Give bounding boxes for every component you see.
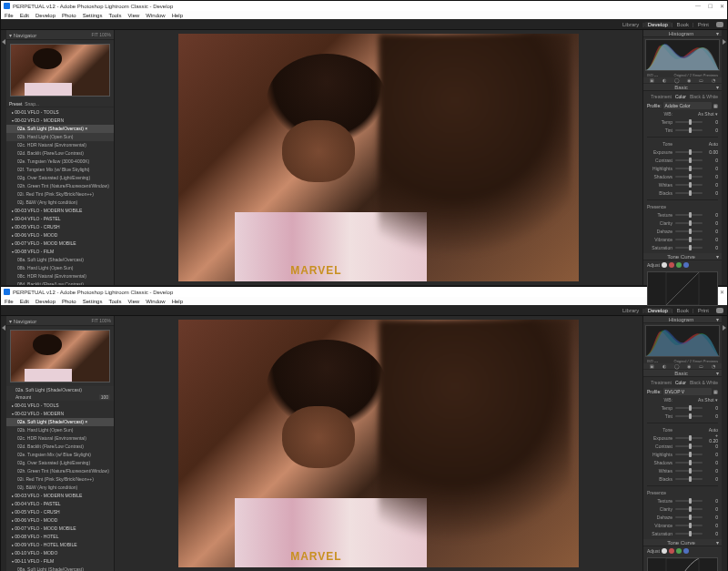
close-button[interactable]: ✕: [720, 289, 724, 295]
whites-value[interactable]: 0: [705, 182, 718, 188]
profile-dropdown[interactable]: Adobe Color: [663, 102, 712, 109]
crop-tool-icon[interactable]: ▣: [650, 77, 654, 83]
wb-dropdown[interactable]: As Shot ▾: [698, 111, 718, 117]
preset-folder[interactable]: 00-05 VFLO - CRUSH: [6, 223, 114, 231]
brush-tool-icon[interactable]: ◔: [712, 363, 715, 369]
navigator-thumbnail[interactable]: [10, 44, 110, 97]
heal-tool-icon[interactable]: ◐: [662, 77, 666, 83]
tc-red-icon[interactable]: [669, 548, 674, 554]
histogram[interactable]: [645, 39, 720, 71]
preset-item[interactable]: 02j. B&W (Any light condition): [6, 484, 114, 492]
vibrance-value[interactable]: 0: [705, 237, 718, 242]
navigator-zoom[interactable]: FIT 100%: [91, 318, 111, 323]
menu-view[interactable]: View: [127, 13, 139, 18]
preset-item[interactable]: 02h. Green Tint (Nature/Fluorescent/Wind…: [6, 467, 114, 475]
texture-value[interactable]: 0: [705, 498, 718, 504]
menu-file[interactable]: File: [5, 13, 14, 18]
clarity-value[interactable]: 0: [705, 220, 718, 226]
navigator-thumbnail[interactable]: [10, 330, 110, 382]
menu-file[interactable]: File: [5, 299, 14, 304]
contrast-value[interactable]: 0: [705, 158, 718, 163]
tonecurve-header[interactable]: Tone Curve ▾: [643, 253, 722, 260]
preset-item[interactable]: 08b. Hard Light (Open Sun): [6, 264, 114, 272]
exposure-value[interactable]: 0.00: [705, 149, 718, 155]
tonecurve-graph[interactable]: [647, 271, 718, 306]
menu-develop[interactable]: Develop: [35, 299, 56, 304]
clarity-slider[interactable]: [675, 222, 703, 224]
crop-tool-icon[interactable]: ▣: [650, 363, 654, 369]
brush-tool-icon[interactable]: ◔: [712, 77, 715, 83]
highlights-slider[interactable]: [675, 454, 703, 455]
preset-folder[interactable]: 00-03 VFLO - MODERN MOBILE: [6, 207, 114, 215]
navigator-zoom[interactable]: FIT 100%: [91, 32, 111, 37]
mask-tool-icon[interactable]: ◯: [674, 77, 680, 83]
menu-window[interactable]: Window: [146, 13, 165, 18]
blacks-value[interactable]: 0: [705, 190, 718, 196]
preset-item[interactable]: 02c. HDR Natural (Environmental): [6, 141, 114, 149]
shadows-value[interactable]: 0: [705, 174, 718, 179]
highlights-value[interactable]: 0: [705, 166, 718, 171]
tc-blue-icon[interactable]: [683, 548, 689, 554]
tc-blue-icon[interactable]: [683, 262, 689, 268]
preset-item[interactable]: 02a. Soft Light (Shade/Overcast) ×: [6, 125, 114, 133]
preset-item[interactable]: 02d. Backlit (Flare/Low Contrast): [6, 149, 114, 158]
menu-tools[interactable]: Tools: [108, 13, 121, 18]
preset-folder[interactable]: 00-10 VFLO - MODO: [6, 549, 114, 557]
texture-value[interactable]: 0: [705, 212, 718, 218]
module-book[interactable]: Book: [672, 22, 693, 27]
dehaze-slider[interactable]: [675, 230, 703, 232]
dehaze-value[interactable]: 0: [705, 515, 718, 520]
preset-folder[interactable]: 00-05 VFLO - CRUSH: [6, 508, 114, 516]
module-library[interactable]: Library: [619, 308, 642, 313]
menu-help[interactable]: Help: [172, 299, 183, 304]
whites-slider[interactable]: [675, 470, 703, 472]
preset-item[interactable]: 02b. Hard Light (Open Sun): [6, 426, 114, 434]
preset-item[interactable]: 02f. Tungsten Mix (w/ Blue Skylight): [6, 166, 114, 174]
tint-value[interactable]: 0: [705, 413, 718, 419]
tint-slider[interactable]: [675, 129, 703, 131]
profile-browser-icon[interactable]: ▦: [713, 389, 718, 394]
preset-folder[interactable]: 00-08 VFLO - FILM: [6, 248, 114, 256]
tc-rgb-icon[interactable]: [662, 548, 667, 554]
dehaze-value[interactable]: 0: [705, 229, 718, 234]
minimize-button[interactable]: —: [695, 3, 701, 9]
exposure-slider[interactable]: [675, 437, 703, 439]
preset-item[interactable]: 02b. Hard Light (Open Sun): [6, 133, 114, 141]
shadows-value[interactable]: 0: [705, 460, 718, 465]
wb-dropdown[interactable]: As Shot ▾: [698, 397, 718, 403]
tonecurve-graph[interactable]: [647, 557, 718, 571]
tc-red-icon[interactable]: [669, 262, 674, 268]
module-print[interactable]: Print: [694, 308, 713, 313]
module-develop[interactable]: Develop: [644, 22, 672, 27]
preset-folder[interactable]: 00-02 VFLO - MODERN: [6, 117, 114, 125]
module-print[interactable]: Print: [694, 22, 713, 27]
whites-value[interactable]: 0: [705, 468, 718, 474]
dehaze-slider[interactable]: [675, 516, 703, 518]
menu-tools[interactable]: Tools: [108, 299, 121, 304]
temp-slider[interactable]: [675, 407, 703, 409]
contrast-slider[interactable]: [675, 159, 703, 161]
menu-edit[interactable]: Edit: [20, 13, 29, 18]
tc-rgb-icon[interactable]: [662, 262, 667, 268]
menu-photo[interactable]: Photo: [62, 13, 76, 18]
treatment-color[interactable]: Color: [675, 94, 686, 99]
preset-folder[interactable]: 00-06 VFLO - MOOD: [6, 516, 114, 525]
menu-window[interactable]: Window: [146, 299, 165, 304]
preset-item[interactable]: 02g. Over Saturated (Light/Evening): [6, 459, 114, 467]
preset-folder[interactable]: 00-07 VFLO - MOOD MOBILE: [6, 525, 114, 533]
treatment-bw[interactable]: Black & White: [690, 380, 718, 385]
clarity-value[interactable]: 0: [705, 506, 718, 512]
blacks-slider[interactable]: [675, 478, 703, 480]
grad-tool-icon[interactable]: ▭: [699, 77, 703, 83]
clarity-slider[interactable]: [675, 508, 703, 510]
profile-browser-icon[interactable]: ▦: [713, 103, 718, 108]
preset-folder[interactable]: 00-07 VFLO - MOOD MOBILE: [6, 240, 114, 248]
shadows-slider[interactable]: [675, 176, 703, 178]
preset-folder[interactable]: 00-01 VFLO - TOOLS: [6, 402, 114, 410]
preset-item[interactable]: 02e. Tungsten Yellow (3000-4000K): [6, 158, 114, 166]
menu-view[interactable]: View: [127, 299, 139, 304]
mask-tool-icon[interactable]: ◯: [674, 363, 680, 369]
texture-slider[interactable]: [675, 214, 703, 216]
image-canvas[interactable]: MARVEL: [115, 30, 642, 285]
menu-settings[interactable]: Settings: [83, 299, 103, 304]
